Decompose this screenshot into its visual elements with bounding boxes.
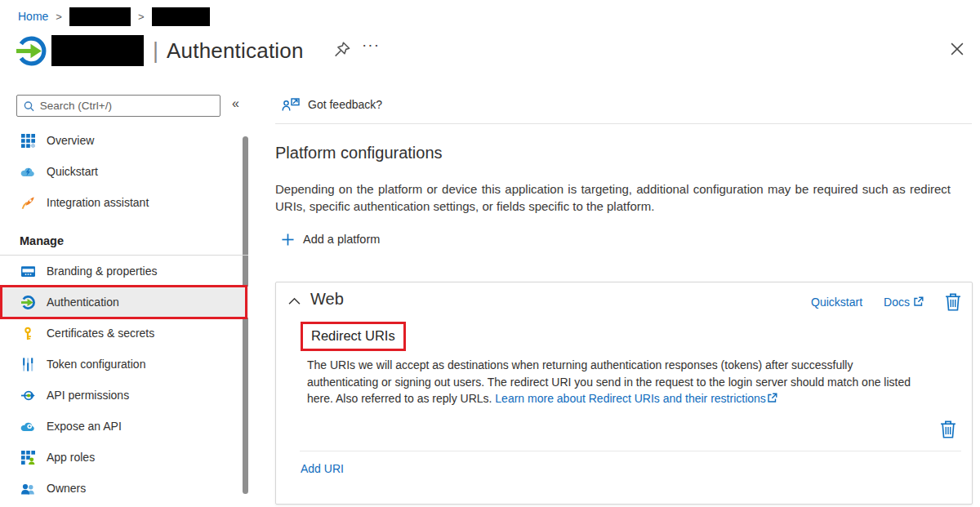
- breadcrumb-separator: >: [56, 11, 62, 23]
- add-a-platform-button[interactable]: Add a platform: [282, 233, 380, 246]
- sidebar-item-quickstart[interactable]: Quickstart: [0, 156, 248, 187]
- sidebar-section-manage: Manage: [0, 226, 248, 256]
- learn-more-label: Learn more about Redirect URIs and their…: [495, 392, 765, 405]
- sidebar-item-certificates-secrets[interactable]: Certificates & secrets: [0, 318, 248, 349]
- sidebar-search: [16, 95, 220, 117]
- pin-icon[interactable]: [333, 41, 351, 59]
- add-uri-button[interactable]: Add URI: [301, 462, 344, 475]
- sidebar-item-overview[interactable]: Overview: [0, 125, 248, 156]
- app-roles-icon: [20, 450, 35, 465]
- delete-platform-icon[interactable]: [945, 292, 961, 311]
- delete-uri-icon[interactable]: [940, 420, 956, 438]
- got-feedback-button[interactable]: Got feedback?: [282, 93, 382, 116]
- web-platform-card: Web Quickstart Docs: [275, 282, 973, 505]
- sliders-icon: [20, 357, 35, 371]
- sidebar: « Overview: [0, 88, 250, 507]
- breadcrumb-home-link[interactable]: Home: [18, 10, 48, 23]
- authentication-icon: [20, 295, 35, 309]
- sidebar-item-label: App roles: [47, 451, 95, 464]
- sidebar-item-label: Token configuration: [47, 358, 145, 371]
- sidebar-item-label: Integration assistant: [47, 196, 149, 209]
- api-permissions-icon: [20, 388, 35, 402]
- sidebar-item-app-roles[interactable]: App roles: [0, 442, 248, 473]
- docs-link[interactable]: Docs: [884, 296, 924, 309]
- search-icon: [24, 100, 34, 112]
- sidebar-item-label: Overview: [47, 134, 94, 147]
- sidebar-item-label: Certificates & secrets: [47, 327, 154, 340]
- external-link-icon: [767, 393, 777, 403]
- redirect-uris-heading: Redirect URIs: [311, 328, 395, 343]
- add-a-platform-label: Add a platform: [303, 233, 380, 246]
- sidebar-item-api-permissions[interactable]: API permissions: [0, 380, 248, 411]
- sidebar-item-label: Quickstart: [47, 165, 98, 178]
- page-title-text: Authentication: [167, 38, 304, 64]
- rocket-icon: [20, 195, 35, 210]
- search-input[interactable]: [40, 100, 213, 112]
- sidebar-item-owners[interactable]: Owners: [0, 473, 248, 504]
- sidebar-item-label: Branding & properties: [47, 265, 157, 278]
- uri-list-divider: [300, 451, 961, 451]
- breadcrumb: Home > >: [18, 7, 210, 26]
- feedback-icon: [282, 98, 300, 112]
- quickstart-link[interactable]: Quickstart: [811, 296, 862, 309]
- docs-link-label: Docs: [884, 296, 910, 309]
- people-icon: [20, 481, 35, 496]
- sidebar-item-branding-properties[interactable]: Branding & properties: [0, 256, 248, 287]
- quickstart-link-label: Quickstart: [811, 296, 862, 309]
- web-card-title: Web: [310, 290, 344, 309]
- key-icon: [20, 326, 35, 340]
- quickstart-cloud-icon: [20, 164, 35, 179]
- annotation-box-authentication: [0, 285, 247, 319]
- app-registration-icon: [16, 36, 47, 66]
- sidebar-item-expose-an-api[interactable]: Expose an API: [0, 411, 248, 442]
- sidebar-item-authentication[interactable]: Authentication: [0, 287, 248, 318]
- redirect-uris-description: The URIs we will accept as destinations …: [307, 357, 925, 407]
- sidebar-item-label: API permissions: [47, 389, 129, 402]
- platform-configurations-description: Depending on the platform or device this…: [275, 180, 951, 215]
- sidebar-item-token-configuration[interactable]: Token configuration: [0, 349, 248, 380]
- breadcrumb-redacted-item[interactable]: [69, 7, 131, 26]
- platform-configurations-title: Platform configurations: [275, 144, 443, 162]
- browser-window-icon: [20, 264, 35, 278]
- collapse-sidebar-button[interactable]: «: [232, 96, 239, 111]
- page-title: | Authentication: [153, 34, 304, 67]
- plus-icon: [282, 233, 294, 246]
- uri-row: [940, 420, 956, 442]
- azure-portal-authentication-page: Home > > | Authentication ··· «: [0, 0, 980, 507]
- collapse-chevron-icon[interactable]: [288, 297, 301, 305]
- more-options-button[interactable]: ···: [362, 36, 380, 54]
- sidebar-item-integration-assistant[interactable]: Integration assistant: [0, 187, 248, 218]
- toolbar-divider: [275, 123, 972, 124]
- web-card-actions: Quickstart Docs: [811, 292, 961, 311]
- close-icon[interactable]: [949, 41, 965, 57]
- sidebar-item-label: Authentication: [47, 296, 119, 309]
- sidebar-item-label: Owners: [47, 482, 86, 495]
- breadcrumb-redacted-item[interactable]: [152, 7, 210, 26]
- overview-icon: [20, 133, 35, 148]
- sidebar-nav: Overview Quickstart: [0, 125, 248, 504]
- main-content: Got feedback? Platform configurations De…: [275, 88, 973, 507]
- got-feedback-label: Got feedback?: [308, 98, 382, 111]
- app-name-redacted: [51, 35, 144, 66]
- title-pipe: |: [153, 38, 158, 64]
- learn-more-redirect-uris-link[interactable]: Learn more about Redirect URIs and their…: [495, 392, 777, 405]
- cloud-gear-icon: [20, 419, 35, 434]
- external-link-icon: [913, 296, 924, 307]
- breadcrumb-separator: >: [138, 11, 145, 23]
- annotation-box-redirect-uris: Redirect URIs: [301, 322, 406, 351]
- sidebar-item-label: Expose an API: [47, 420, 122, 433]
